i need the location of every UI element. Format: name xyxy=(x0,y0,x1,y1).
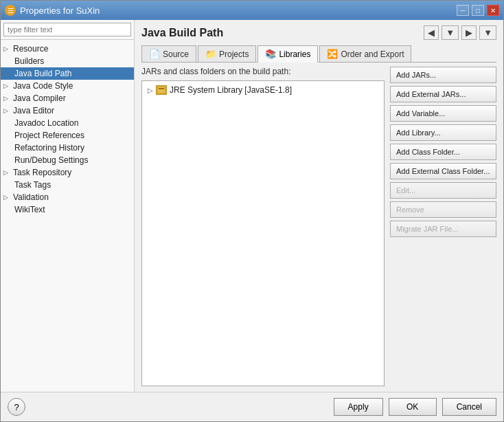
sidebar-item-refactoring-history[interactable]: Refactoring History xyxy=(1,142,134,154)
filter-box xyxy=(1,20,134,40)
title-bar: ☰ Properties for SuXin ─ □ ✕ xyxy=(1,1,503,20)
order-export-tab-icon: 🔀 xyxy=(327,49,338,59)
right-panel: Java Build Path ◀ ▼ ▶ ▼ 📄 Source 📁 Proje… xyxy=(135,20,503,392)
filter-input[interactable] xyxy=(3,23,131,36)
close-button[interactable]: ✕ xyxy=(487,5,499,16)
bottom-bar: ? Apply OK Cancel xyxy=(1,392,503,421)
sidebar-item-java-build-path[interactable]: Java Build Path xyxy=(1,67,134,80)
content-description: JARs and class folders on the build path… xyxy=(141,67,385,76)
properties-window: ☰ Properties for SuXin ─ □ ✕ ▷ Resource xyxy=(0,0,504,422)
libraries-tree: ▷ JRE System Library [JavaSE-1.8] xyxy=(141,80,385,386)
svg-rect-0 xyxy=(157,87,165,93)
add-external-class-folder-button[interactable]: Add External Class Folder... xyxy=(390,163,496,179)
expand-arrow: ▷ xyxy=(3,194,10,201)
sidebar-item-wikitext[interactable]: WikiText xyxy=(1,203,134,216)
jar-icon xyxy=(156,85,167,95)
migrate-jar-button[interactable]: Migrate JAR File... xyxy=(390,221,496,237)
add-external-jars-button[interactable]: Add External JARs... xyxy=(390,86,496,102)
help-button[interactable]: ? xyxy=(8,398,25,416)
sidebar: ▷ Resource Builders Java Build Path ▷ Ja… xyxy=(1,20,135,392)
sidebar-item-validation[interactable]: ▷ Validation xyxy=(1,191,134,203)
source-tab-icon: 📄 xyxy=(149,49,160,59)
sidebar-item-task-repository[interactable]: ▷ Task Repository xyxy=(1,166,134,179)
main-content: ▷ Resource Builders Java Build Path ▷ Ja… xyxy=(1,20,503,392)
add-variable-button[interactable]: Add Variable... xyxy=(390,105,496,122)
action-buttons: Add JARs... Add External JARs... Add Var… xyxy=(390,67,496,386)
add-class-folder-button[interactable]: Add Class Folder... xyxy=(390,144,496,160)
back-button[interactable]: ◀ xyxy=(424,25,439,40)
sidebar-item-java-editor[interactable]: ▷ Java Editor xyxy=(1,104,134,117)
sidebar-item-resource[interactable]: ▷ Resource xyxy=(1,43,134,55)
tab-order-export[interactable]: 🔀 Order and Export xyxy=(319,45,411,62)
expand-arrow: ▷ xyxy=(3,82,10,89)
lib-expand-arrow: ▷ xyxy=(148,87,153,94)
list-item[interactable]: ▷ JRE System Library [JavaSE-1.8] xyxy=(145,84,381,96)
expand-arrow: ▷ xyxy=(3,95,10,102)
remove-button[interactable]: Remove xyxy=(390,201,496,218)
libraries-tab-icon: 📚 xyxy=(265,49,276,59)
tabs-bar: 📄 Source 📁 Projects 📚 Libraries 🔀 Order … xyxy=(141,45,496,63)
apply-button[interactable]: Apply xyxy=(334,398,383,416)
tab-source[interactable]: 📄 Source xyxy=(141,45,196,62)
sidebar-tree: ▷ Resource Builders Java Build Path ▷ Ja… xyxy=(1,40,134,392)
maximize-button[interactable]: □ xyxy=(472,5,484,16)
expand-arrow: ▷ xyxy=(3,107,10,114)
panel-nav: ◀ ▼ ▶ ▼ xyxy=(424,25,496,40)
add-jars-button[interactable]: Add JARs... xyxy=(390,67,496,83)
sidebar-item-project-references[interactable]: Project References xyxy=(1,129,134,142)
dropdown-button[interactable]: ▼ xyxy=(442,25,459,40)
svg-rect-1 xyxy=(159,88,164,89)
sidebar-item-javadoc-location[interactable]: Javadoc Location xyxy=(1,117,134,129)
sidebar-item-java-compiler[interactable]: ▷ Java Compiler xyxy=(1,92,134,104)
minimize-button[interactable]: ─ xyxy=(457,5,469,16)
panel-header: Java Build Path ◀ ▼ ▶ ▼ xyxy=(141,25,496,40)
sidebar-item-run-debug-settings[interactable]: Run/Debug Settings xyxy=(1,154,134,166)
tab-projects[interactable]: 📁 Projects xyxy=(198,45,256,62)
expand-arrow: ▷ xyxy=(3,169,10,176)
expand-arrow: ▷ xyxy=(3,45,10,52)
window-title: Properties for SuXin xyxy=(20,5,100,16)
cancel-button[interactable]: Cancel xyxy=(442,398,496,416)
ok-button[interactable]: OK xyxy=(389,398,437,416)
edit-button[interactable]: Edit... xyxy=(390,182,496,199)
nav-dropdown2-button[interactable]: ▼ xyxy=(479,25,496,40)
tab-libraries[interactable]: 📚 Libraries xyxy=(257,45,318,63)
sidebar-item-task-tags[interactable]: Task Tags xyxy=(1,179,134,191)
libraries-content: JARs and class folders on the build path… xyxy=(141,67,385,386)
forward-button[interactable]: ▶ xyxy=(461,25,477,40)
window-icon: ☰ xyxy=(5,5,16,16)
sidebar-item-builders[interactable]: Builders xyxy=(1,55,134,67)
add-library-button[interactable]: Add Library... xyxy=(390,124,496,141)
projects-tab-icon: 📁 xyxy=(205,49,216,59)
build-content: JARs and class folders on the build path… xyxy=(141,67,496,386)
panel-title: Java Build Path xyxy=(141,27,223,39)
sidebar-item-java-code-style[interactable]: ▷ Java Code Style xyxy=(1,80,134,92)
